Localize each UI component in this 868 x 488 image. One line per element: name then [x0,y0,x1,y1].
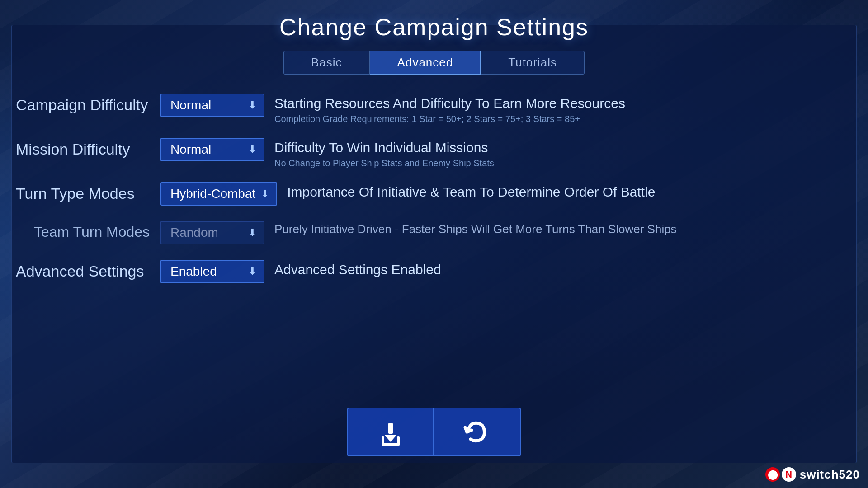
desc-mission-difficulty: Difficulty To Win Individual Missions [274,139,852,156]
desc-col-advanced-settings: Advanced Settings Enabled [274,259,852,278]
settings-list: Campaign Difficulty Normal ⬇ Starting Re… [0,93,868,298]
setting-row-advanced-settings: Advanced Settings Enabled ⬇ Advanced Set… [16,259,852,285]
chevron-down-icon: ⬇ [248,266,256,277]
desc-col-turn-type: Importance Of Initiative & Team To Deter… [287,181,852,201]
desc-advanced-settings: Advanced Settings Enabled [274,261,852,278]
label-advanced-settings: Advanced Settings [16,259,160,280]
label-team-turn-modes: Team Turn Modes [16,220,160,240]
chevron-down-icon: ⬇ [248,144,256,155]
dropdown-value-mission-difficulty: Normal [170,142,243,157]
nintendo-red-circle: ⬤ [765,467,780,482]
tab-tutorials[interactable]: Tutorials [481,51,585,75]
dropdown-turn-type-modes[interactable]: Hybrid-Combat ⬇ [160,182,277,206]
dropdown-value-team-turn: Random [170,225,243,240]
desc-turn-type: Importance Of Initiative & Team To Deter… [287,183,852,201]
watermark: ⬤ N switch520 [765,467,860,482]
chevron-down-icon: ⬇ [248,99,256,111]
chevron-down-icon: ⬇ [261,188,269,200]
label-turn-type-modes: Turn Type Modes [16,181,160,202]
nintendo-logo: ⬤ N [765,467,796,482]
tab-basic[interactable]: Basic [283,51,370,75]
dropdown-value-turn-type: Hybrid-Combat [170,187,255,201]
tab-advanced[interactable]: Advanced [370,51,481,75]
desc-campaign-difficulty: Starting Resources And Difficulty To Ear… [274,94,852,112]
dropdown-advanced-settings[interactable]: Enabled ⬇ [160,260,264,283]
watermark-text: switch520 [800,468,860,482]
sub-desc-mission-difficulty: No Change to Player Ship Stats and Enemy… [274,158,852,169]
setting-row-campaign-difficulty: Campaign Difficulty Normal ⬇ Starting Re… [16,93,852,124]
tabs-container: Basic Advanced Tutorials [283,51,585,75]
dropdown-mission-difficulty[interactable]: Normal ⬇ [160,138,264,161]
nintendo-white-circle: N [782,467,796,482]
desc-team-turn: Purely Initiative Driven - Faster Ships … [274,222,852,237]
desc-col-campaign-difficulty: Starting Resources And Difficulty To Ear… [274,93,852,124]
page-title: Change Campaign Settings [279,14,589,41]
sub-desc-campaign-difficulty: Completion Grade Requirements: 1 Star = … [274,114,852,124]
dropdown-value-advanced-settings: Enabled [170,264,243,279]
setting-row-turn-type: Turn Type Modes Hybrid-Combat ⬇ Importan… [16,181,852,207]
desc-col-team-turn: Purely Initiative Driven - Faster Ships … [274,220,852,237]
setting-row-team-turn: Team Turn Modes Random ⬇ Purely Initiati… [16,220,852,246]
content-area: Change Campaign Settings Basic Advanced … [0,0,868,488]
chevron-down-icon: ⬇ [248,227,256,239]
label-campaign-difficulty: Campaign Difficulty [16,93,160,114]
desc-col-mission-difficulty: Difficulty To Win Individual Missions No… [274,137,852,169]
label-mission-difficulty: Mission Difficulty [16,137,160,158]
dropdown-team-turn-modes[interactable]: Random ⬇ [160,221,264,244]
setting-row-mission-difficulty: Mission Difficulty Normal ⬇ Difficulty T… [16,137,852,169]
dropdown-value-campaign-difficulty: Normal [170,98,243,113]
dropdown-campaign-difficulty[interactable]: Normal ⬇ [160,94,264,117]
